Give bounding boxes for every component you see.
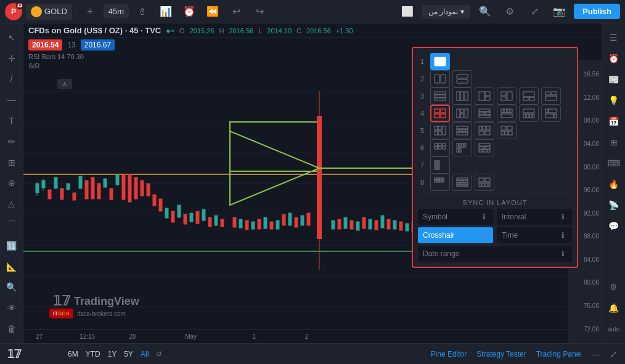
layout-8c[interactable]: [475, 174, 494, 191]
line-tool[interactable]: /: [2, 70, 21, 89]
symbol-info-icon[interactable]: ℹ: [480, 212, 488, 221]
zoom-tool[interactable]: ⊕: [2, 174, 21, 193]
layout-8a[interactable]: [430, 174, 450, 191]
horizontal-line-tool[interactable]: —: [2, 91, 21, 109]
layout-3c[interactable]: [475, 87, 494, 105]
pattern-tool[interactable]: ⌒: [2, 216, 21, 234]
settings-button[interactable]: ⚙: [500, 2, 520, 22]
auto-label[interactable]: auto: [605, 320, 623, 338]
layout-3a[interactable]: [430, 87, 450, 105]
settings-rt-icon[interactable]: ⚙: [605, 278, 623, 296]
expand-button[interactable]: ⤢: [525, 2, 544, 22]
undo-button[interactable]: ↩: [226, 2, 246, 22]
chart-type-button[interactable]: 🕯: [133, 2, 152, 22]
layout-dropdown-button[interactable]: نمودار من ▾: [422, 5, 470, 18]
collapse-button[interactable]: ∧: [57, 79, 72, 89]
add-symbol-button[interactable]: ＋: [80, 2, 100, 22]
date-range-info-icon[interactable]: ℹ: [558, 249, 567, 258]
chat-icon[interactable]: 💬: [605, 217, 623, 235]
layout-6c[interactable]: [475, 139, 494, 156]
layout-3b[interactable]: [452, 87, 472, 105]
layout-3f[interactable]: [541, 87, 561, 105]
layout-5b[interactable]: [452, 122, 472, 139]
layout-4c[interactable]: [475, 105, 494, 122]
timeframe-button[interactable]: 45m: [104, 4, 129, 18]
symbol-button[interactable]: GOLD: [26, 4, 72, 20]
watchlist-icon[interactable]: ☰: [605, 28, 623, 47]
period-5y[interactable]: 5Y: [124, 350, 133, 358]
date-label-time: 12:15: [80, 333, 95, 340]
replay-back-button[interactable]: ⏪: [203, 2, 223, 22]
fire-icon[interactable]: 🔥: [605, 175, 623, 193]
period-6m[interactable]: 6M: [68, 350, 78, 358]
crosshair-tool[interactable]: ✛: [2, 49, 21, 68]
itsca-watermark: ITSCA itsca-brokers.com: [49, 309, 126, 318]
ruler-tool[interactable]: 📐: [2, 257, 21, 276]
layout-3e[interactable]: [519, 87, 539, 105]
interval-info-icon[interactable]: ℹ: [558, 212, 567, 221]
layout-5d[interactable]: [497, 122, 517, 139]
strategy-tester-tab[interactable]: Strategy Tester: [476, 350, 526, 358]
crosshair-sync-item[interactable]: Crosshair ℹ: [418, 227, 493, 243]
measure-tool[interactable]: ⊞: [2, 153, 21, 172]
hotkeys-icon[interactable]: ⌨: [605, 154, 623, 172]
shape-tool[interactable]: △: [2, 195, 21, 213]
layout-2-split-h[interactable]: [452, 70, 472, 87]
indicators-button[interactable]: 📊: [156, 2, 176, 22]
camera-button[interactable]: 📷: [549, 2, 569, 22]
layout-4e[interactable]: [519, 105, 539, 122]
layout-2-split-v[interactable]: [430, 70, 450, 87]
symbol-sync-item[interactable]: Symbol ℹ: [418, 209, 493, 225]
notification-rt-icon[interactable]: 🔔: [605, 299, 623, 317]
layout-4-grid[interactable]: [430, 105, 450, 122]
fullscreen-toggle[interactable]: ⬜: [398, 2, 417, 22]
brush-tool[interactable]: ✏: [2, 132, 21, 151]
crosshair-info-icon[interactable]: ℹ: [480, 231, 488, 240]
alerts-rt-icon[interactable]: ⏰: [605, 49, 623, 68]
layout-6b[interactable]: [452, 139, 472, 156]
layout-5a[interactable]: [430, 122, 450, 139]
time-sync-item[interactable]: Time ℹ: [497, 227, 572, 243]
layout-6a[interactable]: [430, 139, 450, 156]
eye-tool[interactable]: 👁: [2, 299, 21, 317]
redo-button[interactable]: ↪: [250, 2, 269, 22]
alerts-button[interactable]: ⏰: [179, 2, 199, 22]
svg-rect-182: [457, 185, 468, 187]
svg-rect-168: [435, 178, 436, 180]
period-1y[interactable]: 1Y: [108, 350, 117, 358]
ideas-icon[interactable]: 💡: [605, 91, 623, 110]
trading-panel-tab[interactable]: Trading Panel: [536, 350, 582, 358]
layout-4f[interactable]: [541, 105, 561, 122]
trash-tool[interactable]: 🗑: [2, 320, 21, 338]
date-range-sync-item[interactable]: Date range ℹ: [418, 246, 572, 262]
calendar-icon[interactable]: 📅: [605, 112, 623, 131]
fullscreen-icon[interactable]: ⤢: [610, 349, 618, 359]
interval-sync-item[interactable]: Interval ℹ: [497, 209, 572, 225]
app-icon[interactable]: P 11: [5, 3, 22, 20]
pine-editor-tab[interactable]: Pine Editor: [431, 350, 467, 358]
search-button[interactable]: 🔍: [475, 2, 495, 22]
reset-icon[interactable]: ↺: [156, 350, 162, 358]
news-icon[interactable]: 📰: [605, 70, 623, 89]
layout-5c[interactable]: [475, 122, 494, 139]
period-all[interactable]: All: [141, 350, 149, 358]
svg-rect-40: [393, 220, 396, 229]
current-price-red: 2016.54: [28, 39, 62, 51]
layout-8b[interactable]: [452, 174, 472, 191]
period-ytd[interactable]: YTD: [86, 350, 100, 358]
publish-button[interactable]: Publish: [574, 4, 620, 19]
time-info-icon[interactable]: ℹ: [558, 231, 567, 240]
layout-1-single[interactable]: [430, 53, 450, 70]
layout-4b[interactable]: [452, 105, 472, 122]
fib-tool[interactable]: 🔢: [2, 237, 21, 255]
svg-rect-38: [369, 219, 372, 229]
layout-3d[interactable]: [497, 87, 517, 105]
data-window-icon[interactable]: ⊞: [605, 133, 623, 152]
minimize-icon[interactable]: —: [592, 349, 600, 359]
magnifier-tool[interactable]: 🔍: [2, 278, 21, 297]
layout-7a[interactable]: [430, 156, 450, 174]
cursor-tool[interactable]: ↖: [2, 28, 21, 47]
layout-4d[interactable]: [497, 105, 517, 122]
text-tool[interactable]: T: [2, 111, 21, 130]
broadcast-icon[interactable]: 📡: [605, 196, 623, 214]
